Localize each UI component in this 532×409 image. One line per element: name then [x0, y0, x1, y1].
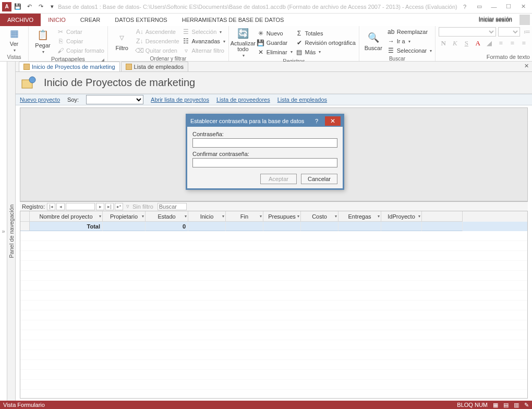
selection-button[interactable]: ☰Selección▾: [183, 27, 225, 37]
last-record-icon[interactable]: ▸|: [105, 203, 114, 210]
format-painter-button[interactable]: 🖌Copiar formato: [57, 46, 104, 55]
highlight-icon[interactable]: ◢: [485, 39, 494, 48]
clear-sort-button[interactable]: ⌫Quitar orden: [136, 46, 179, 55]
dialog-close-icon[interactable]: ✕: [325, 116, 341, 126]
totals-button[interactable]: ΣTotales: [296, 29, 356, 38]
first-record-icon[interactable]: |◂: [47, 203, 55, 210]
prev-record-icon[interactable]: ◂: [56, 203, 65, 210]
datasheet-grid[interactable]: Nombre del proyecto▾ Propietario▾ Estado…: [20, 211, 528, 399]
group-clipboard: 📋Pegar▾ ✂Cortar ⎘Copiar 🖌Copiar formato …: [29, 26, 108, 61]
close-tab-icon[interactable]: ✕: [524, 63, 529, 69]
password-input[interactable]: [192, 138, 337, 148]
advanced-button[interactable]: ☷Avanzadas▾: [183, 37, 225, 46]
save-icon[interactable]: 💾: [13, 2, 23, 12]
shutter-bar-handle[interactable]: »: [0, 62, 7, 401]
supplier-list-link[interactable]: Lista de proveedores: [216, 97, 270, 103]
goto-button[interactable]: →Ir a▾: [388, 37, 432, 46]
dialog-help-icon[interactable]: ?: [310, 118, 323, 124]
view-datasheet-icon[interactable]: ▤: [503, 402, 509, 408]
maximize-icon[interactable]: ☐: [502, 2, 515, 12]
col-owner[interactable]: Propietario▾: [103, 211, 146, 222]
doc-tab-employees[interactable]: Lista de empleados: [121, 62, 188, 71]
view-design-icon[interactable]: ✎: [524, 402, 529, 408]
col-project-id[interactable]: IdProyecto▾: [381, 211, 422, 222]
save-record-button[interactable]: 💾Guardar: [257, 38, 293, 47]
sort-asc-button[interactable]: A↓Ascendente: [136, 27, 179, 37]
close-icon[interactable]: ✕: [516, 2, 530, 12]
col-deliveries[interactable]: Entregas▾: [338, 211, 381, 222]
delete-icon: ✕: [257, 49, 264, 56]
more-button[interactable]: ▤Más▾: [296, 47, 356, 57]
spell-button[interactable]: ✔Revisión ortográfica: [296, 38, 356, 47]
view-button[interactable]: ▦Ver▾: [3, 27, 25, 53]
cancel-button[interactable]: Cancelar: [301, 174, 337, 184]
new-record-icon[interactable]: ▸*: [115, 203, 123, 210]
col-project-name[interactable]: Nombre del proyecto▾: [30, 211, 103, 222]
open-project-list-link[interactable]: Abrir lista de proyectos: [151, 97, 209, 103]
underline-button[interactable]: S: [462, 39, 471, 48]
col-extra[interactable]: [422, 211, 463, 222]
toggle-filter-button[interactable]: ▿Alternar filtro: [183, 46, 225, 55]
ok-button[interactable]: Aceptar: [260, 174, 297, 184]
bold-button[interactable]: N: [439, 39, 448, 48]
undo-icon[interactable]: ↶: [24, 2, 34, 12]
view-form-icon[interactable]: ▦: [493, 402, 498, 408]
font-size-select[interactable]: [498, 27, 520, 37]
row-selector-header[interactable]: [20, 211, 30, 222]
paste-button[interactable]: 📋Pegar▾: [32, 27, 54, 55]
minimize-icon[interactable]: —: [487, 2, 501, 12]
sort-desc-button[interactable]: Z↓Descendente: [136, 37, 179, 46]
employee-list-link[interactable]: Lista de empleados: [277, 97, 327, 103]
soy-select[interactable]: [86, 95, 143, 104]
copy-button[interactable]: ⎘Copiar: [57, 37, 104, 46]
align-center-icon[interactable]: ≡: [507, 39, 517, 48]
tab-home[interactable]: INICIO: [41, 14, 73, 26]
view-layout-icon[interactable]: ▥: [514, 402, 519, 408]
sort-desc-icon: Z↓: [136, 38, 143, 45]
doc-tab-marketing[interactable]: Inicio de Proyectos de marketing: [19, 62, 120, 71]
delete-record-button[interactable]: ✕Eliminar▾: [257, 47, 293, 57]
redo-icon[interactable]: ↷: [35, 2, 46, 12]
qat-customize-icon[interactable]: ▾: [47, 2, 57, 12]
dialog-titlebar[interactable]: Establecer contraseña para la base de da…: [187, 115, 343, 127]
ribbon-collapse-icon[interactable]: ▭: [473, 2, 486, 12]
new-record-button[interactable]: ✳Nuevo: [257, 29, 293, 38]
soy-label: Soy:: [67, 97, 79, 103]
paste-label: Pegar: [35, 42, 50, 49]
sign-in-link[interactable]: Iniciar sesión: [479, 16, 512, 22]
search-input[interactable]: [158, 203, 187, 210]
bullets-icon[interactable]: ≔: [522, 27, 531, 37]
select-button[interactable]: ☰Seleccionar▾: [388, 46, 432, 55]
nav-panel-collapsed[interactable]: Panel de navegación: [7, 62, 16, 401]
col-cost[interactable]: Costo▾: [301, 211, 338, 222]
filter-button[interactable]: ▿Filtro: [111, 27, 133, 55]
font-color-icon[interactable]: A: [473, 39, 482, 48]
col-start[interactable]: Inicio▾: [188, 211, 226, 222]
new-project-link[interactable]: Nuevo proyecto: [20, 97, 60, 103]
refresh-label: Actualizar todo: [231, 41, 256, 52]
group-records: 🔄Actualizar todo▾ ✳Nuevo 💾Guardar ✕Elimi…: [229, 26, 359, 61]
record-number-input[interactable]: [66, 203, 95, 210]
tab-file[interactable]: ARCHIVO: [0, 14, 41, 26]
italic-button[interactable]: K: [450, 39, 460, 48]
font-family-select[interactable]: [439, 27, 496, 37]
tab-external[interactable]: DATOS EXTERNOS: [107, 14, 174, 26]
tab-create[interactable]: CREAR: [73, 14, 108, 26]
status-numlock: BLOQ NUM: [457, 402, 488, 408]
next-record-icon[interactable]: ▸: [96, 203, 104, 210]
replace-button[interactable]: abReemplazar: [388, 27, 432, 37]
refresh-button[interactable]: 🔄Actualizar todo▾: [232, 27, 254, 58]
toggle-filter-icon: ▿: [183, 47, 190, 54]
cut-button[interactable]: ✂Cortar: [57, 27, 104, 37]
col-budget[interactable]: Presupues▾: [263, 211, 301, 222]
avatar-icon[interactable]: [519, 15, 530, 25]
help-icon[interactable]: ?: [458, 2, 471, 12]
tab-dbtools[interactable]: HERRAMIENTAS DE BASE DE DATOS: [175, 14, 292, 26]
col-end[interactable]: Fin▾: [226, 211, 263, 222]
align-left-icon[interactable]: ≡: [496, 39, 505, 48]
find-button[interactable]: 🔍Buscar: [362, 27, 384, 55]
col-state[interactable]: Estado▾: [146, 211, 188, 222]
align-right-icon[interactable]: ≡: [519, 39, 528, 48]
grid-body[interactable]: [20, 231, 527, 398]
confirm-password-input[interactable]: [192, 158, 337, 167]
